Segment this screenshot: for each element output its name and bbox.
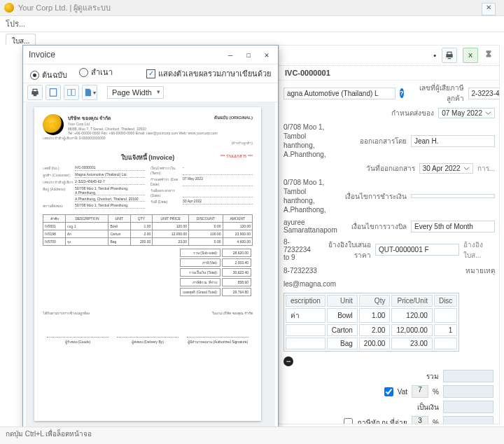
signature-block: ผู้รับของ (Goods) ผู้ส่งของ (Delivery By…: [43, 337, 253, 345]
sum-value: [443, 370, 493, 382]
zoom-select[interactable]: Page Width: [107, 86, 164, 99]
minimize-button[interactable]: —: [225, 50, 236, 60]
billing-address: 0/708 Moo 1, Tambolhanthong, A.Phanthong…: [284, 123, 346, 159]
col-unit: Unit: [327, 295, 358, 307]
table-row: Carton2.0012,000.001: [286, 324, 457, 336]
dialog-titlebar[interactable]: Invoice — ☐ ✕: [23, 46, 278, 64]
app-title: Your Corp Ltd. | ผู้ดูแลระบบ: [18, 1, 111, 14]
main-titlebar: Your Corp Ltd. | ผู้ดูแลระบบ: [0, 0, 504, 16]
vat-label: Vat: [398, 388, 407, 396]
svg-rect-2: [72, 89, 76, 95]
invoice-form-pane: • X IVC-0000001 agna Automotive (Thailan…: [279, 45, 500, 424]
tab-close-button[interactable]: ✕: [482, 3, 496, 15]
checkbox-show-summary[interactable]: ✓แสดงตัวเลขผลรวมภาษาเขียนด้วย: [146, 67, 271, 80]
table-row: Bag200.0023.00: [286, 338, 457, 349]
vat-value: [443, 385, 493, 398]
due-date-picker[interactable]: 07 May 2022: [438, 108, 495, 118]
col-price: Price/Unit: [391, 295, 433, 307]
radio-original[interactable]: ต้นฉบับ: [30, 69, 67, 81]
contact-fax: 8-7232233: [284, 267, 435, 275]
issuer-field[interactable]: Jean H.: [411, 135, 495, 147]
preview-totals: รวม (Sub-total):28,620.00 ภาษี (Vat):2,0…: [43, 247, 253, 298]
export-excel-button[interactable]: X: [463, 48, 478, 63]
net-label: เป็นเงิน: [417, 402, 439, 412]
sum-label: รวม: [426, 371, 439, 382]
maximize-button[interactable]: ☐: [243, 50, 254, 60]
svg-rect-0: [50, 89, 56, 97]
preview-page: ต้นฉบับ (ORIGINAL) บริษัท ของคุณ จำกัด Y…: [34, 107, 261, 421]
remove-line-button[interactable]: −: [284, 356, 293, 366]
contact-name: ayuree Samarattanapom: [284, 218, 346, 234]
issue-date-picker[interactable]: 30 Apr 2022: [419, 163, 473, 174]
net-value: [443, 401, 493, 413]
app-logo-icon: [4, 3, 14, 13]
print-preview-dialog: Invoice — ☐ ✕ ต้นฉบับ สำเนา ✓แสดงตัวเลขผ…: [22, 45, 279, 441]
col-desc: escription: [286, 295, 326, 307]
issuedate-more-label: การ...: [477, 163, 495, 174]
contact-phone: 8-7232234 to 9: [284, 238, 311, 261]
two-page-button[interactable]: [64, 85, 79, 100]
wht-label: ภาษีหัก ณ ที่จ่าย: [357, 417, 408, 425]
quote-label: อ้างอิงใบเสนอราคา: [315, 240, 371, 261]
workspace: • X IVC-0000001 agna Automotive (Thailan…: [0, 45, 504, 429]
menubar[interactable]: โปร...: [0, 16, 504, 32]
doc-number: IVC-0000001: [279, 66, 499, 81]
contact-email: les@magna.com: [284, 280, 495, 288]
billcycle-label: เงื่อนไขการวางบิล: [351, 221, 407, 232]
page-layout-button[interactable]: [46, 85, 61, 100]
wht-checkbox[interactable]: [344, 418, 353, 425]
svg-rect-1: [68, 89, 71, 95]
draft-watermark: *** ร่างเอกสาร ***: [220, 153, 253, 160]
table-row: ค่าBowl1.00120.00: [286, 308, 457, 323]
document-title: ใบแจ้งหนี้ (Invoice) *** ร่างเอกสาร ***: [43, 153, 253, 162]
taxid-field[interactable]: 2-3223-45645-62-7: [468, 88, 500, 99]
document-meta: เลขที่ (No.):IVC-0000001 ลูกค้า (Custome…: [43, 165, 253, 210]
wht-value: [443, 416, 493, 424]
line-items-grid[interactable]: escription Unit Qty Price/Unit Disc ค่าB…: [284, 293, 459, 352]
quote-more-label: อ้างอิงใบส...: [463, 240, 495, 261]
lookup-customer-button[interactable]: ?: [400, 88, 404, 98]
taxid-label: เลขที่ผู้เสียภาษีลูกค้า: [408, 83, 464, 104]
preview-toolbar: ▾ Page Width: [23, 83, 278, 102]
due-label: กำหนดส่งของ: [378, 108, 434, 118]
issuer-label: ออกเอกสารโดย: [351, 136, 407, 146]
col-qty: Qty: [359, 295, 391, 307]
hourglass-icon: [484, 50, 493, 61]
print-button[interactable]: [27, 85, 43, 100]
wht-pct[interactable]: 3: [412, 416, 428, 424]
bullet-icon: •: [433, 51, 436, 60]
dialog-title: Invoice: [29, 50, 55, 60]
col-disc: Disc: [434, 295, 457, 307]
shipping-address: 0/708 Moo 1, Tambolhanthong, A.Phanthong…: [284, 178, 341, 214]
vat-pct[interactable]: 7: [412, 385, 428, 398]
export-button[interactable]: ▾: [82, 85, 97, 100]
preview-items-table: ลำดับDESCRIPTIONUNITQTYUNIT PRICEDISCOUN…: [43, 214, 253, 246]
close-button[interactable]: ✕: [261, 50, 272, 60]
payterm-label: เงื่อนไขการชำระเงิน: [345, 191, 407, 202]
original-stamp: ต้นฉบับ (ORIGINAL): [214, 114, 253, 121]
customer-field[interactable]: agna Automotive (Thailand) L: [284, 88, 396, 99]
statusbar: กดปุ่ม Ctrl+L เพื่อล็อตหน้าจอ: [0, 426, 504, 444]
remark-label: หมายเหตุ: [439, 265, 495, 276]
preview-viewport[interactable]: ต้นฉบับ (ORIGINAL) บริษัท ของคุณ จำกัด Y…: [26, 102, 275, 429]
payterm-field[interactable]: [411, 194, 495, 198]
form-toolbar: • X: [279, 46, 499, 66]
issuedate-label: วันที่ออกเอกสาร: [359, 163, 415, 174]
radio-copy[interactable]: สำเนา: [79, 66, 113, 78]
print-button[interactable]: [442, 48, 457, 63]
billcycle-field[interactable]: Every 5th of Month: [411, 221, 495, 233]
quote-field[interactable]: QUT-0000001 F: [375, 244, 459, 256]
vat-checkbox[interactable]: [384, 387, 393, 396]
dialog-options: ต้นฉบับ สำเนา ✓แสดงตัวเลขผลรวมภาษาเขียนด…: [23, 64, 278, 83]
company-logo-icon: [43, 114, 64, 135]
company-address: Your Corp Ltd. 88/88, Moo 7, T.Samet, Ch…: [43, 122, 253, 140]
